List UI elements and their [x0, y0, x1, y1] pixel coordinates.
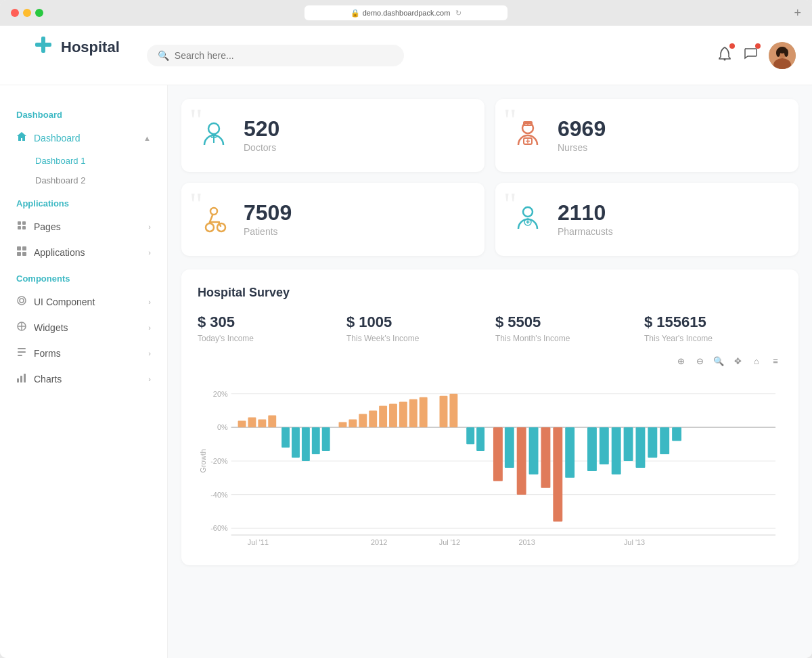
stat-card-doctors: 520 Doctors [181, 99, 484, 172]
svg-text:Growth: Growth [199, 449, 207, 473]
svg-rect-58 [248, 417, 256, 427]
svg-rect-73 [409, 399, 418, 428]
sidebar-item-forms[interactable]: Forms › [0, 341, 167, 366]
svg-rect-81 [517, 427, 526, 494]
new-tab-button[interactable]: + [794, 6, 801, 20]
home-button[interactable]: ⌂ [750, 354, 763, 368]
zoom-out-button[interactable]: ⊖ [693, 354, 706, 368]
svg-rect-85 [565, 427, 574, 477]
search-bar[interactable]: 🔍 [147, 45, 404, 66]
svg-text:-60%: -60% [210, 524, 228, 532]
svg-point-7 [776, 49, 780, 57]
svg-text:-40%: -40% [210, 491, 228, 499]
stat-info-nurses: 6969 Nurses [558, 118, 606, 153]
svg-text:-20%: -20% [210, 457, 228, 465]
sidebar-item-dashboard[interactable]: Dashboard ▲ [0, 125, 167, 151]
pharmacusts-label: Pharmacusts [558, 226, 613, 237]
svg-rect-76 [449, 394, 457, 428]
search-input[interactable] [175, 50, 393, 61]
svg-rect-90 [636, 427, 646, 468]
svg-rect-25 [17, 378, 19, 382]
svg-rect-62 [292, 427, 300, 458]
ui-icon [16, 295, 27, 309]
svg-rect-65 [322, 427, 330, 451]
menu-button[interactable]: ≡ [769, 354, 782, 368]
doctor-icon [198, 119, 230, 152]
sidebar-subitem-dashboard1[interactable]: Dashboard 1 [0, 151, 167, 171]
notification-badge [729, 43, 735, 49]
minimize-button[interactable] [23, 9, 31, 17]
svg-rect-68 [359, 414, 367, 427]
svg-point-28 [208, 123, 219, 134]
nav-section-applications: Applications [0, 190, 167, 214]
income-week-label: This Week's Income [346, 334, 484, 343]
svg-rect-61 [281, 427, 290, 447]
chevron-right-icon2: › [148, 248, 151, 257]
patient-icon [198, 203, 230, 236]
sidebar-subitem-dashboard2[interactable]: Dashboard 2 [0, 171, 167, 190]
svg-text:0%: 0% [217, 423, 228, 431]
browser-content: Hospital 🔍 [0, 26, 812, 658]
svg-rect-74 [420, 397, 428, 428]
svg-rect-77 [466, 427, 474, 444]
reload-icon[interactable]: ↻ [455, 9, 461, 18]
pharmacusts-count: 2110 [558, 202, 613, 223]
svg-rect-22 [18, 348, 26, 349]
close-button[interactable] [11, 9, 19, 17]
chevron-up-icon: ▲ [143, 134, 151, 142]
traffic-lights [11, 9, 43, 17]
logo-area: Hospital [16, 34, 136, 76]
income-year-label: This Year's Income [644, 334, 782, 343]
fullscreen-button[interactable] [35, 9, 43, 17]
svg-rect-93 [672, 427, 681, 441]
sidebar-item-charts[interactable]: Charts › [0, 366, 167, 392]
top-header: Hospital 🔍 [0, 26, 812, 85]
avatar[interactable] [769, 42, 796, 69]
svg-rect-71 [389, 404, 397, 428]
stats-grid: 520 Doctors [181, 99, 798, 256]
svg-point-40 [217, 223, 225, 232]
nurses-label: Nurses [558, 142, 606, 153]
svg-point-39 [206, 223, 214, 232]
sidebar-item-applications[interactable]: Applications › [0, 240, 167, 265]
svg-rect-89 [624, 427, 633, 461]
zoom-in-button[interactable]: ⊕ [674, 354, 687, 368]
sidebar-item-pages[interactable]: Pages › [0, 214, 167, 240]
pan-button[interactable]: ✥ [731, 354, 744, 368]
svg-rect-66 [339, 422, 347, 427]
svg-point-38 [210, 208, 217, 215]
svg-point-18 [20, 299, 24, 303]
sidebar-item-widgets[interactable]: Widgets › [0, 315, 167, 341]
svg-rect-87 [600, 427, 609, 464]
svg-rect-24 [18, 355, 22, 356]
svg-rect-27 [24, 374, 26, 382]
chevron-right-icon5: › [148, 349, 151, 357]
bar-chart: 20% 0% -20% -40% -60% Growth [198, 373, 782, 549]
notification-button[interactable] [717, 46, 732, 64]
income-week-amount: $ 1005 [346, 313, 484, 331]
pages-label: Pages [34, 221, 61, 232]
svg-text:2013: 2013 [518, 538, 535, 546]
stat-info-patients: 7509 Patients [244, 202, 292, 237]
pages-icon [16, 220, 27, 234]
sidebar-item-ui-component[interactable]: UI Component › [0, 289, 167, 315]
svg-rect-72 [399, 402, 407, 428]
svg-rect-75 [440, 396, 448, 428]
svg-text:2012: 2012 [371, 538, 387, 546]
svg-rect-86 [587, 427, 597, 471]
income-year-amount: $ 155615 [644, 313, 782, 331]
svg-point-2 [724, 59, 726, 61]
logo-icon [32, 34, 54, 60]
svg-text:20%: 20% [213, 390, 228, 398]
logo-text: Hospital [61, 39, 120, 56]
stat-card-pharmacusts: 2110 Pharmacusts [495, 183, 798, 256]
stat-info-doctors: 520 Doctors [244, 118, 279, 153]
svg-rect-14 [22, 246, 26, 250]
address-bar[interactable]: 🔒 demo.dashboardpack.com ↻ [304, 5, 508, 20]
svg-rect-10 [22, 221, 26, 225]
svg-rect-64 [312, 427, 320, 454]
zoom-reset-button[interactable]: 🔍 [712, 354, 725, 368]
patients-label: Patients [244, 226, 292, 237]
messages-button[interactable] [743, 46, 758, 64]
svg-rect-78 [476, 427, 484, 451]
